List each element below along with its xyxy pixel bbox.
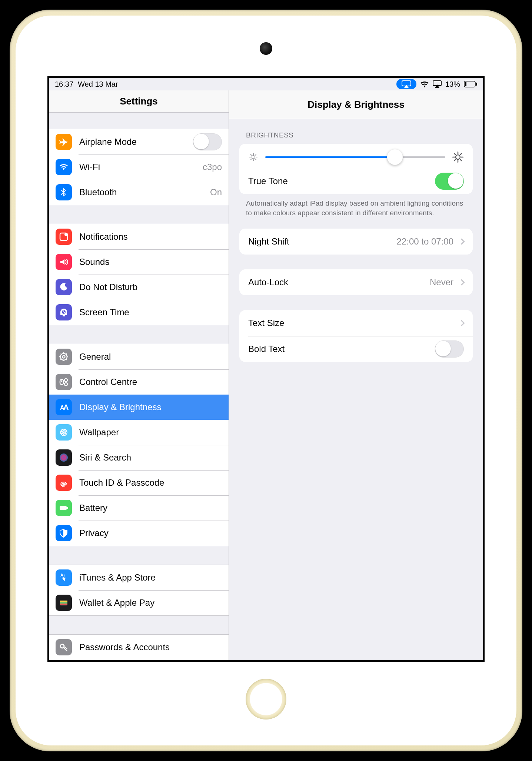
svg-rect-33	[60, 506, 67, 510]
battery-icon	[56, 500, 72, 516]
sidebar-item-siri[interactable]: Siri & Search	[49, 445, 229, 470]
itunes-icon: A	[56, 569, 72, 586]
ipad-frame-inner: 16:37 Wed 13 Mar 13%	[16, 16, 516, 745]
svg-point-12	[63, 356, 65, 358]
text-size-row[interactable]: Text Size	[239, 310, 473, 336]
sidebar-item-label: Privacy	[79, 528, 222, 538]
svg-rect-9	[63, 315, 65, 316]
sidebar-item-touchid[interactable]: Touch ID & Passcode	[49, 470, 229, 495]
sidebar-item-screentime[interactable]: Screen Time	[49, 300, 229, 325]
sidebar-item-itunes[interactable]: AiTunes & App Store	[49, 565, 229, 590]
svg-text:A: A	[60, 573, 63, 577]
sidebar-item-battery[interactable]: Battery	[49, 495, 229, 521]
sidebar-item-wifi[interactable]: Wi-Fic3po	[49, 154, 229, 180]
wifi-icon	[56, 159, 72, 175]
night-shift-row[interactable]: Night Shift 22:00 to 07:00	[239, 229, 473, 255]
brightness-slider-thumb[interactable]	[387, 149, 403, 165]
airplane-icon	[56, 134, 72, 150]
sidebar-item-wallet[interactable]: Wallet & Apple Pay	[49, 590, 229, 615]
svg-point-23	[64, 379, 67, 382]
sidebar-item-label: Screen Time	[79, 307, 222, 318]
airplay-icon	[433, 80, 442, 88]
sidebar-item-label: Notifications	[79, 232, 222, 242]
sidebar-item-wallpaper[interactable]: Wallpaper	[49, 420, 229, 445]
true-tone-row: True Tone	[239, 168, 473, 194]
svg-line-20	[66, 354, 67, 355]
sidebar-item-notifications[interactable]: Notifications	[49, 224, 229, 249]
siri-icon	[56, 449, 72, 466]
svg-line-19	[61, 359, 62, 360]
brightness-slider-row	[239, 144, 473, 168]
sidebar-item-label: Wi-Fi	[79, 162, 203, 172]
true-tone-toggle[interactable]	[435, 173, 464, 190]
svg-rect-37	[60, 601, 67, 602]
svg-line-57	[454, 160, 456, 161]
sidebar-item-controlcentre[interactable]: Control Centre	[49, 369, 229, 395]
dnd-icon	[56, 279, 72, 295]
airplane-toggle[interactable]	[193, 133, 222, 150]
svg-line-18	[66, 359, 67, 360]
sidebar-item-privacy[interactable]: Privacy	[49, 521, 229, 546]
sidebar-item-label: Touch ID & Passcode	[79, 478, 222, 488]
sidebar-item-label: Do Not Disturb	[79, 282, 222, 292]
sidebar-item-label: Passwords & Accounts	[79, 642, 222, 652]
detail-title: Display & Brightness	[229, 90, 483, 119]
sidebar-item-general[interactable]: General	[49, 344, 229, 369]
battery-percent: 13%	[445, 80, 460, 89]
bluetooth-icon	[56, 184, 72, 200]
night-shift-value: 22:00 to 07:00	[397, 236, 453, 247]
brightness-card: True Tone	[239, 144, 473, 194]
auto-lock-row[interactable]: Auto-Lock Never	[239, 269, 473, 295]
screen-mirroring-pill[interactable]	[396, 79, 416, 89]
chevron-right-icon	[459, 279, 465, 286]
svg-line-56	[460, 160, 462, 161]
chevron-right-icon	[459, 320, 465, 326]
sidebar-item-airplane[interactable]: Airplane Mode	[49, 129, 229, 154]
sidebar-item-passwords[interactable]: Passwords & Accounts	[49, 635, 229, 660]
sidebar-item-label: Display & Brightness	[79, 402, 222, 412]
svg-line-55	[454, 153, 456, 155]
night-shift-card: Night Shift 22:00 to 07:00	[239, 229, 473, 255]
brightness-slider[interactable]	[265, 156, 445, 158]
svg-marker-3	[435, 84, 439, 88]
sidebar-title: Settings	[49, 90, 229, 113]
svg-rect-39	[60, 604, 67, 605]
sidebar-item-label: Wallpaper	[79, 427, 222, 438]
wallpaper-icon	[56, 424, 72, 441]
night-shift-label: Night Shift	[248, 236, 397, 247]
auto-lock-label: Auto-Lock	[248, 277, 430, 288]
svg-line-58	[460, 153, 462, 155]
bold-text-toggle[interactable]	[435, 340, 464, 358]
sidebar-item-display[interactable]: AADisplay & Brightness	[49, 395, 229, 420]
svg-point-41	[252, 156, 255, 159]
status-time: 16:37	[55, 80, 73, 89]
controlcentre-icon	[56, 374, 72, 390]
svg-line-17	[61, 354, 62, 355]
screen: 16:37 Wed 13 Mar 13%	[49, 78, 483, 660]
notifications-icon	[56, 229, 72, 245]
sidebar-item-dnd[interactable]: Do Not Disturb	[49, 275, 229, 300]
sidebar-item-sounds[interactable]: Sounds	[49, 249, 229, 275]
sidebar-item-label: General	[79, 352, 222, 362]
svg-line-49	[255, 154, 256, 155]
screen-border: 16:37 Wed 13 Mar 13%	[47, 76, 485, 662]
display-icon: AA	[56, 399, 72, 415]
svg-point-24	[64, 383, 67, 386]
svg-rect-38	[60, 602, 67, 604]
sidebar-item-label: Battery	[79, 503, 222, 513]
sidebar-item-label: Sounds	[79, 257, 222, 267]
home-button[interactable]	[246, 679, 286, 720]
svg-text:A: A	[63, 403, 69, 411]
sounds-icon	[56, 254, 72, 270]
sidebar: Settings Airplane ModeWi-Fic3poBluetooth…	[49, 90, 229, 660]
wifi-icon	[420, 81, 429, 87]
brightness-header: BRIGHTNESS	[239, 119, 473, 144]
true-tone-label: True Tone	[248, 176, 435, 186]
sidebar-item-bluetooth[interactable]: BluetoothOn	[49, 180, 229, 205]
sun-small-icon	[249, 153, 258, 162]
screentime-icon	[56, 304, 72, 320]
sidebar-item-value: c3po	[203, 162, 222, 172]
svg-rect-6	[476, 83, 477, 86]
svg-point-22	[61, 380, 63, 382]
svg-rect-34	[67, 507, 68, 509]
